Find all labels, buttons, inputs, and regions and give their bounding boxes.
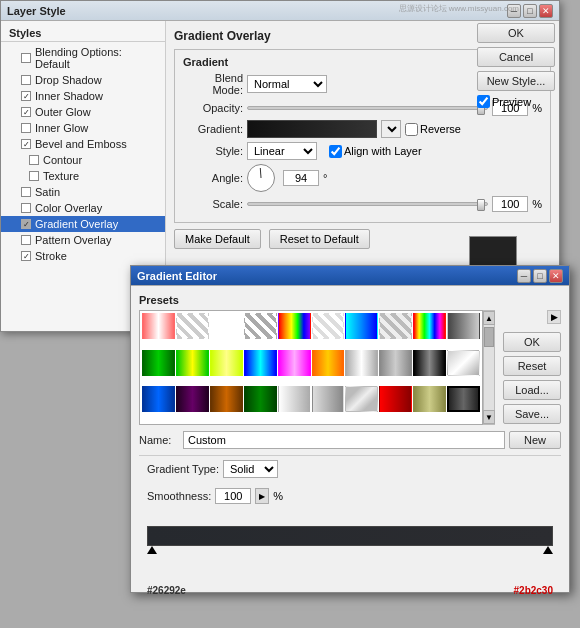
- style-select[interactable]: Linear: [247, 142, 317, 160]
- sidebar-item-color-overlay[interactable]: Color Overlay: [1, 200, 165, 216]
- sidebar-item-blending[interactable]: Blending Options: Default: [1, 44, 165, 72]
- ge-ok-btn[interactable]: OK: [503, 332, 561, 352]
- ge-reset-btn[interactable]: Reset: [503, 356, 561, 376]
- preview-checkbox[interactable]: [477, 95, 490, 108]
- preset-swatch-25[interactable]: [312, 386, 345, 412]
- name-row: Name: New: [139, 431, 561, 449]
- preset-swatch-12[interactable]: [210, 350, 243, 376]
- scroll-down-btn[interactable]: ▼: [483, 410, 495, 424]
- preset-swatch-26[interactable]: [345, 386, 378, 412]
- preset-swatch-14[interactable]: [278, 350, 311, 376]
- name-input[interactable]: [183, 431, 505, 449]
- ge-load-btn[interactable]: Load...: [503, 380, 561, 400]
- preset-swatch-2[interactable]: [210, 313, 243, 339]
- preset-swatch-17[interactable]: [379, 350, 412, 376]
- ge-buttons: ▶ OK Reset Load... Save...: [503, 310, 561, 425]
- preset-swatch-19[interactable]: [447, 350, 480, 376]
- preset-swatch-10[interactable]: [142, 350, 175, 376]
- scroll-up-btn[interactable]: ▲: [483, 311, 495, 325]
- ge-minimize-btn[interactable]: ─: [517, 269, 531, 283]
- pattern-overlay-checkbox[interactable]: [21, 235, 31, 245]
- maximize-btn[interactable]: □: [523, 4, 537, 18]
- preset-swatch-4[interactable]: [278, 313, 311, 339]
- bevel-emboss-checkbox[interactable]: [21, 139, 31, 149]
- reset-to-default-btn[interactable]: Reset to Default: [269, 229, 370, 249]
- preset-swatch-23[interactable]: [244, 386, 277, 412]
- gradient-bar[interactable]: [147, 526, 553, 546]
- preset-swatch-1[interactable]: [176, 313, 209, 339]
- sidebar-item-satin[interactable]: Satin: [1, 184, 165, 200]
- right-stop-arrow[interactable]: [543, 546, 553, 554]
- color-overlay-checkbox[interactable]: [21, 203, 31, 213]
- smoothness-stepper[interactable]: ▶: [255, 488, 269, 504]
- preset-swatch-22[interactable]: [210, 386, 243, 412]
- new-style-button[interactable]: New Style...: [477, 71, 555, 91]
- sidebar-item-gradient-overlay[interactable]: Gradient Overlay: [1, 216, 165, 232]
- gradient-type-select[interactable]: Solid Noise: [223, 460, 278, 478]
- satin-checkbox[interactable]: [21, 187, 31, 197]
- preset-swatch-21[interactable]: [176, 386, 209, 412]
- preset-swatch-24[interactable]: [278, 386, 311, 412]
- scroll-thumb[interactable]: [484, 327, 494, 347]
- preset-swatch-9[interactable]: [447, 313, 480, 339]
- left-stop-arrow[interactable]: [147, 546, 157, 554]
- sidebar-item-contour[interactable]: Contour: [1, 152, 165, 168]
- contour-checkbox[interactable]: [29, 155, 39, 165]
- scale-slider[interactable]: [247, 202, 488, 206]
- preset-swatch-13[interactable]: [244, 350, 277, 376]
- sidebar-item-bevel-emboss[interactable]: Bevel and Emboss: [1, 136, 165, 152]
- angle-row: Angle: °: [183, 164, 542, 192]
- texture-label: Texture: [43, 170, 79, 182]
- close-btn[interactable]: ✕: [539, 4, 553, 18]
- outer-glow-checkbox[interactable]: [21, 107, 31, 117]
- align-checkbox[interactable]: [329, 145, 342, 158]
- preset-swatch-29[interactable]: [447, 386, 480, 412]
- ge-maximize-btn[interactable]: □: [533, 269, 547, 283]
- sidebar-item-pattern-overlay[interactable]: Pattern Overlay: [1, 232, 165, 248]
- preset-swatch-18[interactable]: [413, 350, 446, 376]
- inner-shadow-checkbox[interactable]: [21, 91, 31, 101]
- ok-button[interactable]: OK: [477, 23, 555, 43]
- reverse-checkbox[interactable]: [405, 123, 418, 136]
- preset-swatch-7[interactable]: [379, 313, 412, 339]
- angle-input[interactable]: [283, 170, 319, 186]
- preset-swatch-28[interactable]: [413, 386, 446, 412]
- ge-save-btn[interactable]: Save...: [503, 404, 561, 424]
- layer-style-titlebar: Layer Style 思源设计论坛 www.missyuan.com ─ □ …: [1, 1, 559, 21]
- texture-checkbox[interactable]: [29, 171, 39, 181]
- preset-swatch-27[interactable]: [379, 386, 412, 412]
- preset-swatch-15[interactable]: [312, 350, 345, 376]
- drop-shadow-checkbox[interactable]: [21, 75, 31, 85]
- sidebar-item-inner-glow[interactable]: Inner Glow: [1, 120, 165, 136]
- preset-swatch-5[interactable]: [312, 313, 345, 339]
- new-gradient-btn[interactable]: New: [509, 431, 561, 449]
- cancel-button[interactable]: Cancel: [477, 47, 555, 67]
- sidebar-item-inner-shadow[interactable]: Inner Shadow: [1, 88, 165, 104]
- gradient-dropdown[interactable]: ▼: [381, 120, 401, 138]
- ge-close-btn[interactable]: ✕: [549, 269, 563, 283]
- sidebar-item-stroke[interactable]: Stroke: [1, 248, 165, 264]
- preset-swatch-11[interactable]: [176, 350, 209, 376]
- blending-checkbox[interactable]: [21, 53, 31, 63]
- blend-mode-select[interactable]: Normal: [247, 75, 327, 93]
- gradient-swatch[interactable]: [247, 120, 377, 138]
- sidebar-item-drop-shadow[interactable]: Drop Shadow: [1, 72, 165, 88]
- scale-input[interactable]: [492, 196, 528, 212]
- sidebar-item-texture[interactable]: Texture: [1, 168, 165, 184]
- inner-glow-checkbox[interactable]: [21, 123, 31, 133]
- opacity-slider[interactable]: [247, 106, 488, 110]
- preset-swatch-16[interactable]: [345, 350, 378, 376]
- angle-dial[interactable]: [247, 164, 275, 192]
- gradient-overlay-checkbox[interactable]: [21, 219, 31, 229]
- presets-menu-btn[interactable]: ▶: [547, 310, 561, 324]
- preset-swatch-3[interactable]: [244, 313, 277, 339]
- preset-swatch-20[interactable]: [142, 386, 175, 412]
- preset-swatch-0[interactable]: [142, 313, 175, 339]
- sidebar-item-outer-glow[interactable]: Outer Glow: [1, 104, 165, 120]
- preset-swatch-8[interactable]: [413, 313, 446, 339]
- preset-swatch-6[interactable]: [345, 313, 378, 339]
- smoothness-input[interactable]: [215, 488, 251, 504]
- stroke-checkbox[interactable]: [21, 251, 31, 261]
- scale-thumb[interactable]: [477, 199, 485, 211]
- make-default-btn[interactable]: Make Default: [174, 229, 261, 249]
